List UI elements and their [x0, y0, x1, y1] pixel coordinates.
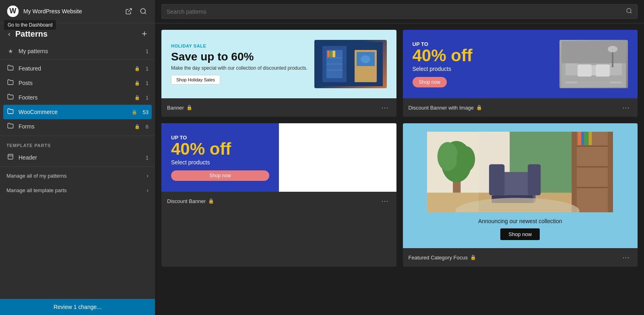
sidebar-item-forms[interactable]: Forms 🔒 6 — [0, 119, 155, 134]
discount-shop-button[interactable]: Shop now — [413, 77, 447, 87]
svg-rect-36 — [577, 132, 608, 212]
svg-point-31 — [608, 46, 617, 52]
lock-icon: 🔒 — [470, 255, 476, 260]
svg-point-3 — [140, 8, 145, 13]
featured-cat-preview: Announcing our newest collection Shop no… — [403, 123, 638, 248]
svg-rect-27 — [578, 64, 592, 77]
nav-divider-3 — [0, 166, 155, 167]
pattern-name-row: Discount Banner 🔒 — [167, 198, 214, 204]
sidebar-item-count: 53 — [143, 109, 149, 115]
folder-icon — [6, 79, 14, 87]
sidebar-item-count: 1 — [146, 48, 149, 54]
folder-icon — [6, 122, 14, 131]
pattern-menu-button[interactable]: ⋯ — [379, 102, 391, 113]
pattern-name-row: Discount Banner with Image 🔒 — [409, 105, 483, 111]
banner-sub: Make the day special with our collection… — [171, 65, 314, 71]
svg-rect-40 — [578, 132, 581, 145]
featured-cat-text: Announcing our newest collection — [478, 218, 562, 224]
folder-icon — [6, 93, 14, 102]
lock-icon: 🔒 — [134, 66, 140, 71]
discount-banner-right — [279, 123, 396, 192]
sidebar-item-label: WooCommerce — [19, 109, 128, 115]
pattern-footer-discount-plain: Discount Banner 🔒 ⋯ — [161, 192, 396, 210]
chevron-right-icon-2: › — [147, 187, 149, 193]
pattern-menu-button[interactable]: ⋯ — [620, 252, 632, 263]
manage-patterns-link[interactable]: Manage all of my patterns › — [0, 168, 155, 183]
pattern-name: Featured Category Focus — [409, 255, 468, 261]
svg-rect-41 — [582, 132, 584, 145]
sidebar-item-label: Posts — [19, 80, 130, 86]
discount-percentage: 40% off — [171, 141, 269, 158]
sidebar-item-count: 6 — [146, 124, 149, 130]
pattern-name-row: Featured Category Focus 🔒 — [409, 255, 476, 261]
sidebar-item-featured[interactable]: Featured 🔒 1 — [0, 61, 155, 76]
sidebar-item-label: Featured — [19, 65, 130, 72]
manage-template-parts-label: Manage all template parts — [6, 187, 67, 193]
discount-plain-preview: UP TO 40% off Select products Shop now — [161, 123, 396, 192]
sidebar-item-footers[interactable]: Footers 🔒 1 — [0, 90, 155, 105]
nav-divider-2 — [0, 135, 155, 136]
svg-point-20 — [361, 55, 370, 63]
svg-rect-17 — [332, 51, 335, 57]
svg-rect-53 — [427, 132, 479, 212]
pattern-card-featured-category[interactable]: Announcing our newest collection Shop no… — [403, 123, 638, 267]
svg-rect-5 — [8, 154, 13, 159]
pattern-menu-button[interactable]: ⋯ — [620, 102, 632, 113]
svg-rect-43 — [589, 132, 592, 145]
nav-divider — [0, 59, 155, 60]
sidebar-item-label: Header — [19, 154, 142, 161]
discount-image-preview: UP TO 40% off Select products Shop now — [403, 30, 638, 98]
add-pattern-button[interactable]: + — [140, 27, 149, 41]
banner-headline: Save up to 60% — [171, 50, 314, 64]
chevron-right-icon: › — [147, 172, 149, 179]
sidebar-item-woocommerce[interactable]: WooCommerce 🔒 53 — [3, 105, 152, 119]
patterns-grid: HOLIDAY SALE Save up to 60% Make the day… — [155, 23, 644, 315]
pattern-name-row: Banner 🔒 — [167, 105, 192, 111]
search-button[interactable] — [138, 6, 149, 17]
pattern-name: Banner — [167, 105, 184, 111]
banner-shop-button[interactable]: Shop Holiday Sales — [171, 75, 220, 85]
svg-line-2 — [128, 8, 132, 12]
pattern-footer-banner: Banner 🔒 ⋯ — [161, 98, 396, 117]
pattern-menu-button[interactable]: ⋯ — [379, 196, 391, 206]
site-title: My WordPress Website — [23, 8, 120, 15]
svg-rect-49 — [489, 164, 504, 195]
star-icon: ★ — [6, 48, 14, 54]
pattern-card-discount-plain[interactable]: UP TO 40% off Select products Shop now D… — [161, 123, 396, 267]
svg-rect-26 — [564, 75, 624, 81]
folder-icon — [6, 108, 14, 116]
discount-banner-left: UP TO 40% off Select products Shop now — [161, 123, 279, 192]
pattern-name: Discount Banner with Image — [409, 105, 474, 111]
svg-line-8 — [630, 12, 632, 13]
sidebar-nav: ★ My patterns 1 Featured 🔒 1 Posts 🔒 1 — [0, 45, 155, 315]
svg-point-7 — [627, 8, 631, 13]
lock-icon: 🔒 — [134, 81, 140, 86]
lock-icon: 🔒 — [134, 95, 140, 100]
lock-icon: 🔒 — [476, 105, 482, 110]
featured-cat-shop-button[interactable]: Shop now — [500, 228, 540, 240]
sidebar-item-my-patterns[interactable]: ★ My patterns 1 — [0, 45, 155, 58]
discount-text: UP TO 40% off Select products Shop now — [413, 41, 560, 87]
discount-shop-button[interactable]: Shop now — [171, 170, 269, 181]
sidebar-item-count: 1 — [146, 155, 149, 161]
sidebar-item-header[interactable]: Header 1 — [0, 150, 155, 165]
review-bar[interactable]: Review 1 change... — [0, 299, 155, 315]
pattern-footer-discount-image: Discount Banner with Image 🔒 ⋯ — [403, 98, 638, 117]
sidebar-item-posts[interactable]: Posts 🔒 1 — [0, 76, 155, 90]
discount-percentage: 40% off — [413, 47, 560, 64]
discount-select-label: Select products — [171, 159, 269, 166]
lock-icon: 🔒 — [132, 110, 137, 115]
folder-icon — [6, 64, 14, 73]
banner-preview: HOLIDAY SALE Save up to 60% Make the day… — [161, 30, 396, 98]
svg-text:W: W — [10, 7, 17, 15]
manage-template-parts-link[interactable]: Manage all template parts › — [0, 183, 155, 197]
pattern-card-discount-image[interactable]: UP TO 40% off Select products Shop now — [403, 30, 638, 117]
sidebar-item-count: 1 — [146, 66, 149, 72]
template-icon — [6, 153, 14, 162]
search-bar — [155, 0, 644, 23]
search-input[interactable] — [167, 8, 623, 15]
search-submit-button[interactable] — [626, 8, 632, 15]
pattern-card-banner[interactable]: HOLIDAY SALE Save up to 60% Make the day… — [161, 30, 396, 117]
lock-icon: 🔒 — [208, 198, 214, 204]
external-link-button[interactable] — [124, 6, 134, 17]
